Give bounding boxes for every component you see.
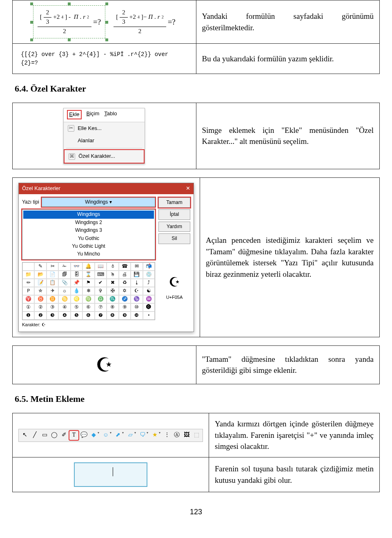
grid-char[interactable]: ♑ — [131, 295, 143, 303]
grid-char[interactable]: 📖 — [95, 262, 107, 271]
grid-char[interactable]: • — [143, 312, 155, 320]
star-shapes-icon[interactable]: ★ — [150, 431, 159, 440]
menu-item-alanlar[interactable]: Alanlar — [64, 134, 145, 147]
grid-char[interactable]: ❾ — [119, 312, 131, 320]
grid-char[interactable]: ✁ — [58, 262, 70, 271]
tamam-button[interactable]: Tamam — [158, 197, 190, 208]
grid-char[interactable]: 🗄 — [71, 271, 82, 279]
textbox-tool-icon[interactable]: T — [69, 431, 78, 440]
font-combo[interactable]: Wingdings ▾ — [42, 197, 155, 207]
grid-char[interactable]: ❷ — [34, 312, 46, 320]
grid-char[interactable]: ⑦ — [95, 303, 107, 312]
grid-char[interactable]: ☪ — [131, 287, 143, 295]
grid-char[interactable]: ✉ — [131, 262, 143, 271]
grid-char[interactable]: ① — [22, 303, 34, 312]
grid-char[interactable]: ❄ — [82, 287, 94, 295]
grid-char[interactable]: ❶ — [22, 312, 34, 320]
grid-char[interactable]: ✮ — [34, 287, 46, 295]
ellipse-tool-icon[interactable]: ◯ — [50, 431, 59, 440]
grid-char[interactable]: 🖨 — [119, 271, 131, 279]
grid-char[interactable]: ③ — [47, 303, 58, 312]
grid-char[interactable]: ♍ — [82, 295, 94, 303]
yardim-button[interactable]: Yardım — [158, 222, 190, 232]
grid-char[interactable]: ⑨ — [119, 303, 131, 312]
grid-char[interactable]: ④ — [58, 303, 70, 312]
drawn-textbox[interactable] — [74, 462, 147, 487]
grid-char[interactable]: ✂ — [47, 262, 58, 271]
sil-button[interactable]: Sil — [158, 233, 190, 244]
grid-char[interactable]: ✎ — [34, 262, 46, 271]
grid-char[interactable]: ♏ — [107, 295, 118, 303]
grid-char[interactable]: ♉ — [34, 295, 46, 303]
grid-char[interactable]: ♐ — [119, 295, 131, 303]
grid-char[interactable]: 📁 — [22, 271, 34, 279]
grid-char[interactable]: ⭳ — [131, 279, 143, 287]
grid-char[interactable]: ♋ — [58, 295, 70, 303]
grid-char[interactable]: ⌨ — [95, 271, 107, 279]
grid-char[interactable]: ⤴ — [143, 279, 155, 287]
grid-char[interactable] — [22, 262, 34, 271]
grid-char[interactable]: ⑤ — [71, 303, 82, 312]
from-file-icon[interactable]: 🖼 — [182, 431, 191, 440]
menu-ekle[interactable]: Ekle — [67, 110, 81, 119]
grid-char[interactable]: ♒ — [143, 295, 155, 303]
formula-object-selected[interactable]: [23+24] - Π.r22 =? — [33, 5, 106, 38]
grid-char[interactable]: ♊ — [47, 295, 58, 303]
font-dropdown-list[interactable]: Wingdings Wingdings 2 Wingdings 3 Yu Got… — [22, 209, 155, 259]
grid-char[interactable]: ② — [34, 303, 46, 312]
grid-char[interactable]: 📋 — [47, 279, 58, 287]
basic-shapes-icon[interactable]: ◆ — [89, 431, 98, 440]
grid-char[interactable]: ☎ — [119, 262, 131, 271]
grid-char[interactable]: 💿 — [143, 271, 155, 279]
grid-char[interactable]: 🕯 — [107, 262, 118, 271]
grid-char[interactable]: 🖱 — [107, 271, 118, 279]
grid-char[interactable]: ⑧ — [107, 303, 118, 312]
grid-char[interactable]: ☼ — [58, 287, 70, 295]
grid-char[interactable]: ❹ — [58, 312, 70, 320]
rect-tool-icon[interactable]: ▭ — [40, 431, 49, 440]
grid-char[interactable]: 📌 — [71, 279, 82, 287]
grid-char[interactable]: ♌ — [71, 295, 82, 303]
extrusion-icon[interactable]: ⬚ — [192, 431, 201, 440]
grid-char[interactable]: ✠ — [107, 287, 118, 295]
grid-char[interactable]: ✡ — [119, 287, 131, 295]
grid-char[interactable]: 🗐 — [58, 271, 70, 279]
menu-bicim[interactable]: Biçim — [87, 110, 100, 119]
grid-char[interactable]: 💧 — [71, 287, 82, 295]
character-grid[interactable]: ✎✂✁👓🔔📖🕯☎✉📬📁📂📄🗐🗄⌛⌨🖱🖨💾💿✏📝📋📎📌⚑✔✖♻⭳⤴Ｐ✮✈☼💧❄✞✠… — [22, 262, 155, 320]
grid-char[interactable]: ⑩ — [131, 303, 143, 312]
flowchart-shapes-icon[interactable]: ▱ — [126, 431, 135, 440]
menu-item-ozel-karakter[interactable]: ⌘ Özel Karakter... — [64, 149, 145, 164]
grid-char[interactable]: ❽ — [107, 312, 118, 320]
grid-char[interactable]: ✔ — [95, 279, 107, 287]
grid-char[interactable]: ❸ — [47, 312, 58, 320]
close-icon[interactable]: ✕ — [186, 185, 190, 193]
freeline-tool-icon[interactable]: ✐ — [60, 431, 69, 440]
grid-char[interactable]: 💾 — [131, 271, 143, 279]
grid-char[interactable]: ♎ — [95, 295, 107, 303]
menu-tablo[interactable]: Tablo — [104, 110, 117, 119]
line-tool-icon[interactable]: ╱ — [30, 431, 39, 440]
points-tool-icon[interactable]: ⋮ — [163, 431, 172, 440]
grid-char[interactable]: ✏ — [22, 279, 34, 287]
grid-char[interactable]: ⚑ — [82, 279, 94, 287]
grid-char[interactable]: 📬 — [143, 262, 155, 271]
grid-char[interactable]: ✈ — [47, 287, 58, 295]
menu-item-elle-kes[interactable]: ✂ Elle Kes... — [64, 122, 145, 135]
grid-char[interactable]: ⓿ — [143, 303, 155, 312]
callout-tool-icon[interactable]: 💬 — [79, 431, 88, 440]
grid-char[interactable]: 🔔 — [82, 262, 94, 271]
callout-shapes-icon[interactable]: 🗨 — [138, 431, 147, 440]
grid-char[interactable]: 📂 — [34, 271, 46, 279]
grid-char[interactable]: ☯ — [143, 287, 155, 295]
fontwork-icon[interactable]: Ⓐ — [172, 431, 181, 440]
grid-char[interactable]: ⌛ — [82, 271, 94, 279]
grid-char[interactable]: ♻ — [119, 279, 131, 287]
grid-char[interactable]: ❼ — [95, 312, 107, 320]
grid-char[interactable]: Ｐ — [22, 287, 34, 295]
grid-char[interactable]: ✞ — [95, 287, 107, 295]
grid-char[interactable]: ✖ — [107, 279, 118, 287]
grid-char[interactable]: 👓 — [71, 262, 82, 271]
grid-char[interactable]: 📎 — [58, 279, 70, 287]
symbol-shapes-icon[interactable]: ☺ — [101, 431, 110, 440]
